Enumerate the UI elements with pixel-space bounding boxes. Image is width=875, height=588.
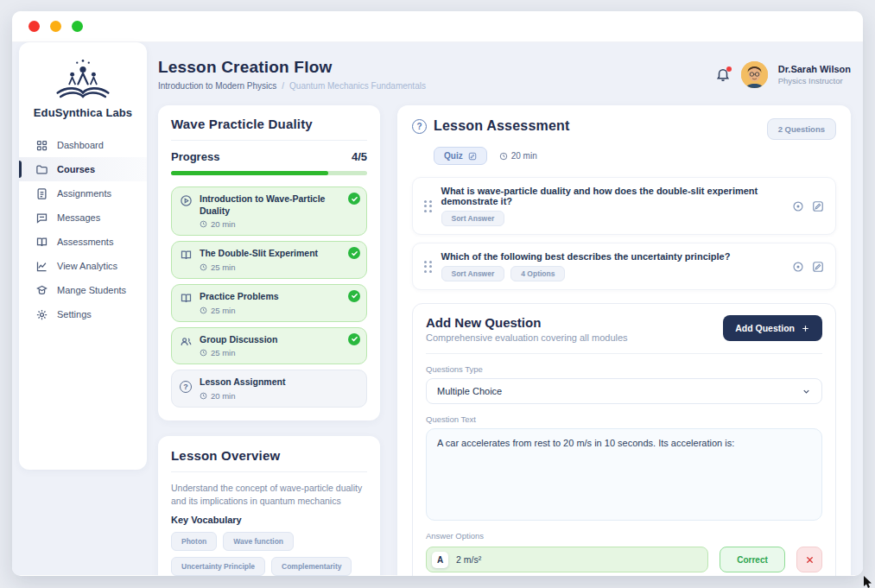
vocab-chip[interactable]: Uncertainty Principle — [171, 557, 265, 576]
module-item-assignment[interactable]: ? Lesson Assignment 20 min — [171, 370, 367, 408]
assessment-title: Lesson Assessment — [434, 118, 570, 134]
module-item-duration: 25 min — [200, 348, 289, 357]
assessment-meta: Quiz 20 min — [434, 147, 836, 165]
app-content: EduSynthica Labs Dashboard Courses — [12, 42, 863, 575]
window-titlebar — [12, 11, 863, 42]
sidebar-item-messages[interactable]: Messages — [19, 205, 147, 230]
open-book-icon — [180, 249, 193, 262]
divider — [426, 353, 822, 354]
breadcrumb: Introduction to Modern Physics/Quantum M… — [158, 81, 426, 91]
option-letter: A — [432, 552, 448, 568]
module-list: Introduction to Wave-Particle Duality 20… — [171, 187, 367, 408]
sidebar-item-label: Assessments — [57, 237, 113, 247]
module-item-title: Introduction to Wave-Particle Duality — [200, 193, 358, 217]
question-text: What is wave-particle duality and how do… — [441, 186, 783, 206]
check-badge-icon — [348, 290, 360, 302]
module-item-intro[interactable]: Introduction to Wave-Particle Duality 20… — [171, 187, 367, 236]
assessment-duration: 20 min — [499, 151, 537, 161]
option-text: 2 m/s² — [456, 554, 481, 565]
question-row[interactable]: What is wave-particle duality and how do… — [412, 177, 836, 235]
module-item-double-slit[interactable]: The Double-Slit Experiment 25 min — [171, 241, 367, 279]
page-header: Lesson Creation Flow Introduction to Mod… — [158, 58, 851, 91]
app-window: EduSynthica Labs Dashboard Courses — [12, 11, 863, 576]
vocab-chip[interactable]: Photon — [171, 532, 217, 551]
play-circle-icon — [180, 194, 193, 207]
gear-icon — [35, 308, 48, 321]
brand-logo-icon — [26, 58, 140, 104]
question-text-label: Question Text — [426, 414, 822, 424]
module-item-title: Group Discussion — [200, 334, 289, 346]
sidebar-item-manage-students[interactable]: Mange Students — [19, 278, 147, 302]
sidebar-item-settings[interactable]: Settings — [19, 302, 147, 326]
module-panel-title: Wave Practicle Duality — [171, 117, 367, 131]
question-text: Which of the following best describes th… — [441, 251, 783, 262]
module-progress-panel: Wave Practicle Duality Progress 4/5 — [158, 105, 380, 420]
answer-option-field-a[interactable]: A 2 m/s² — [426, 547, 708, 572]
edit-icon[interactable] — [812, 200, 824, 212]
clock-icon — [200, 307, 207, 314]
user-role: Physics Instructor — [778, 76, 851, 85]
brand: EduSynthica Labs — [19, 53, 147, 123]
question-list: What is wave-particle duality and how do… — [412, 177, 836, 290]
lesson-overview-panel: Lesson Overview Understand the concept o… — [158, 436, 380, 576]
sidebar-item-label: Settings — [57, 309, 92, 319]
screen: EduSynthica Labs Dashboard Courses — [0, 0, 875, 588]
progress-row: Progress 4/5 — [171, 150, 367, 163]
module-item-group-discussion[interactable]: Group Discussion 25 min — [171, 327, 367, 365]
user-info: Dr.Sarah Wilson Physics Instructor — [778, 64, 851, 85]
edit-icon[interactable] — [812, 261, 824, 273]
question-circle-icon: ? — [180, 377, 193, 390]
window-zoom-button[interactable] — [72, 21, 83, 32]
sidebar-item-courses[interactable]: Courses — [19, 157, 147, 181]
question-circle-icon: ? — [412, 119, 427, 134]
question-text-input[interactable]: A car accelerates from rest to 20 m/s in… — [426, 428, 822, 521]
breadcrumb-unit[interactable]: Quantum Mechanics Fundamentals — [289, 81, 426, 91]
question-tag: 4 Options — [510, 266, 565, 281]
user-area: Dr.Sarah Wilson Physics Instructor — [715, 58, 851, 88]
module-item-title: Practice Problems — [200, 291, 291, 303]
module-item-practice[interactable]: Practice Problems 25 min — [171, 284, 367, 322]
module-item-duration: 20 min — [200, 391, 297, 401]
sidebar-item-assessments[interactable]: Assessments — [19, 230, 147, 254]
main-area: Lesson Creation Flow Introduction to Mod… — [158, 42, 851, 575]
add-question-button[interactable]: Add Question — [723, 315, 822, 341]
module-item-title: The Double-Slit Experiment — [200, 248, 330, 260]
question-type-select[interactable]: Multiple Choice — [426, 378, 822, 404]
sidebar-item-view-analytics[interactable]: View Analytics — [19, 254, 147, 278]
correct-button[interactable]: Correct — [720, 547, 785, 572]
vocab-chips: Photon Wave function Uncertainty Princip… — [171, 532, 367, 576]
question-row[interactable]: Which of the following best describes th… — [412, 243, 836, 290]
assignment-icon — [35, 187, 48, 200]
check-badge-icon — [348, 247, 360, 259]
student-icon — [35, 284, 48, 297]
vocab-chip[interactable]: Wave function — [223, 532, 294, 551]
dashboard-icon — [35, 139, 48, 152]
avatar[interactable] — [741, 61, 768, 88]
lesson-assessment-panel: ? Lesson Assessment 2 Questions Quiz — [397, 105, 851, 576]
window-minimize-button[interactable] — [50, 21, 61, 32]
vocab-chip[interactable]: Complementarity — [271, 557, 352, 576]
delete-option-button[interactable] — [796, 547, 822, 572]
sidebar-item-label: Mange Students — [57, 285, 126, 295]
breadcrumb-course[interactable]: Introduction to Modern Physics — [158, 81, 276, 91]
sidebar: EduSynthica Labs Dashboard Courses — [19, 42, 147, 470]
notification-bell-icon[interactable] — [715, 66, 731, 84]
answer-option-row: A 2 m/s² Correct — [426, 547, 822, 572]
sidebar-item-assignments[interactable]: Assignments — [19, 181, 147, 205]
preview-eye-icon[interactable] — [792, 261, 804, 273]
module-item-duration: 25 min — [200, 306, 291, 315]
clock-icon — [200, 349, 207, 357]
preview-eye-icon[interactable] — [792, 200, 804, 212]
quiz-type-badge[interactable]: Quiz — [434, 147, 487, 165]
module-item-title: Lesson Assignment — [200, 376, 297, 389]
brand-name: EduSynthica Labs — [26, 106, 140, 119]
sidebar-item-dashboard[interactable]: Dashboard — [19, 133, 147, 157]
folder-icon — [35, 163, 48, 176]
drag-handle-icon[interactable] — [424, 200, 432, 212]
overview-title: Lesson Overview — [171, 448, 367, 463]
analytics-icon — [35, 260, 48, 273]
add-question-panel: Add New Question Comprehensive evaluatio… — [412, 303, 836, 576]
user-name: Dr.Sarah Wilson — [778, 64, 851, 74]
window-close-button[interactable] — [29, 21, 40, 32]
drag-handle-icon[interactable] — [424, 261, 432, 273]
